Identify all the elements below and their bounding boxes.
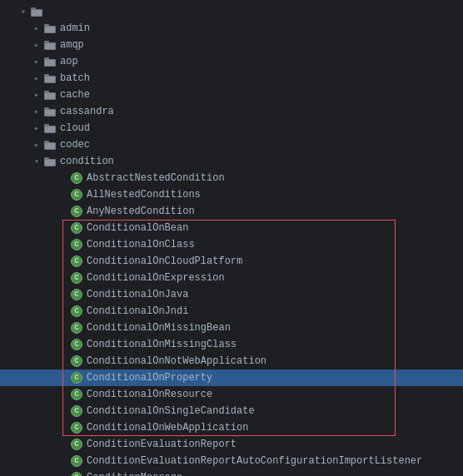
tree-item-ConditionEvaluationReportAutoConfigurationImportListener[interactable]: CConditionEvaluationReportAutoConfigurat… bbox=[0, 453, 463, 469]
item-label: ConditionalOnBean bbox=[87, 222, 188, 234]
svg-rect-17 bbox=[45, 93, 55, 99]
tree-arrow bbox=[30, 155, 43, 168]
item-label: ConditionalOnWebApplication bbox=[87, 422, 248, 434]
tree-arrow bbox=[30, 55, 43, 68]
item-label: ConditionMessage bbox=[87, 472, 182, 476]
tree-item-cache[interactable]: cache bbox=[0, 87, 463, 103]
tree-item-ConditionMessage[interactable]: CConditionMessage bbox=[0, 469, 463, 476]
class-icon: C bbox=[70, 454, 83, 468]
class-icon: C bbox=[70, 438, 83, 451]
item-label: AllNestedConditions bbox=[87, 189, 201, 201]
class-icon: C bbox=[70, 205, 83, 218]
tree-item-codec[interactable]: codec bbox=[0, 136, 463, 153]
tree-item-ConditionalOnSingleCandidate[interactable]: CConditionalOnSingleCandidate bbox=[0, 403, 463, 419]
tree-item-AllNestedConditions[interactable]: CAllNestedConditions bbox=[0, 186, 463, 203]
folder-icon bbox=[43, 55, 57, 68]
tree-item-ConditionalOnResource[interactable]: CConditionalOnResource bbox=[0, 386, 463, 403]
item-label: cloud bbox=[60, 122, 90, 134]
class-icon: C bbox=[70, 188, 83, 201]
tree-arrow bbox=[30, 88, 43, 102]
class-icon: C bbox=[70, 471, 83, 476]
tree-item-admin[interactable]: admin bbox=[0, 20, 463, 37]
class-icon: C bbox=[70, 288, 83, 301]
tree-item-ConditionalOnJndi[interactable]: CConditionalOnJndi bbox=[0, 303, 463, 320]
svg-rect-11 bbox=[45, 60, 55, 66]
svg-rect-19 bbox=[44, 107, 49, 110]
item-label: ConditionalOnProperty bbox=[87, 372, 212, 384]
tree-item-condition[interactable]: condition bbox=[0, 153, 463, 170]
class-icon: C bbox=[70, 388, 83, 401]
item-label: ConditionalOnMissingBean bbox=[87, 322, 231, 334]
item-label: ConditionalOnExpression bbox=[87, 272, 225, 284]
item-label: ConditionalOnMissingClass bbox=[87, 339, 236, 350]
tree-item-cassandra[interactable]: cassandra bbox=[0, 103, 463, 120]
tree-item-amqp[interactable]: amqp bbox=[0, 37, 463, 53]
svg-rect-20 bbox=[45, 110, 55, 116]
tree-item-ConditionalOnCloudPlatform[interactable]: CConditionalOnCloudPlatform bbox=[0, 253, 463, 270]
svg-rect-26 bbox=[45, 143, 55, 149]
tree-arrow bbox=[30, 22, 43, 35]
item-label: condition bbox=[60, 156, 114, 167]
folder-icon bbox=[43, 121, 57, 135]
tree-arrow bbox=[30, 105, 43, 118]
svg-rect-8 bbox=[45, 43, 55, 49]
tree-items-container: admin amqp aop batch cache cassandra clo… bbox=[0, 20, 463, 476]
class-icon-circle: C bbox=[71, 289, 82, 300]
tree-item-ConditionalOnJava[interactable]: CConditionalOnJava bbox=[0, 286, 463, 303]
class-icon-circle: C bbox=[71, 222, 82, 234]
svg-rect-2 bbox=[32, 10, 42, 16]
class-icon-circle: C bbox=[71, 206, 82, 217]
tree-item-aop[interactable]: aop bbox=[0, 53, 463, 70]
tree-arrow bbox=[30, 72, 43, 85]
root-item[interactable] bbox=[0, 3, 463, 20]
tree-item-ConditionalOnNotWebApplication[interactable]: CConditionalOnNotWebApplication bbox=[0, 353, 463, 369]
folder-icon bbox=[43, 138, 57, 151]
tree-item-AbstractNestedCondition[interactable]: CAbstractNestedCondition bbox=[0, 170, 463, 186]
root-arrow bbox=[17, 5, 30, 18]
svg-rect-4 bbox=[44, 24, 49, 27]
class-icon-circle: C bbox=[71, 472, 82, 476]
tree-item-ConditionalOnWebApplication[interactable]: CConditionalOnWebApplication bbox=[0, 419, 463, 436]
tree-item-AnyNestedCondition[interactable]: CAnyNestedCondition bbox=[0, 203, 463, 220]
item-label: admin bbox=[60, 22, 90, 34]
svg-rect-23 bbox=[45, 126, 55, 132]
item-label: ConditionalOnSingleCandidate bbox=[87, 405, 255, 417]
tree-container: admin amqp aop batch cache cassandra clo… bbox=[0, 0, 463, 476]
svg-rect-14 bbox=[45, 77, 55, 82]
class-icon-circle: C bbox=[71, 405, 82, 417]
tree-item-ConditionalOnMissingClass[interactable]: CConditionalOnMissingClass bbox=[0, 336, 463, 353]
class-icon: C bbox=[70, 421, 83, 434]
class-icon: C bbox=[70, 338, 83, 351]
svg-rect-13 bbox=[44, 74, 49, 77]
class-icon: C bbox=[70, 221, 83, 235]
class-icon-circle: C bbox=[71, 172, 82, 184]
class-icon: C bbox=[70, 255, 83, 268]
class-icon-circle: C bbox=[71, 255, 82, 267]
tree-item-ConditionalOnClass[interactable]: CConditionalOnClass bbox=[0, 236, 463, 253]
svg-rect-10 bbox=[44, 57, 49, 60]
tree-item-ConditionalOnProperty[interactable]: CConditionalOnProperty bbox=[0, 369, 463, 386]
class-icon-circle: C bbox=[71, 189, 82, 201]
root-folder-icon bbox=[30, 5, 43, 18]
class-icon: C bbox=[70, 404, 83, 418]
class-icon: C bbox=[70, 371, 83, 384]
class-icon-circle: C bbox=[71, 305, 82, 317]
item-label: cache bbox=[60, 89, 90, 101]
tree-item-ConditionEvaluationReport[interactable]: CConditionEvaluationReport bbox=[0, 436, 463, 453]
class-icon-circle: C bbox=[71, 355, 82, 367]
svg-rect-25 bbox=[44, 141, 49, 143]
tree-item-ConditionalOnMissingBean[interactable]: CConditionalOnMissingBean bbox=[0, 320, 463, 336]
item-label: ConditionEvaluationReportAutoConfigurati… bbox=[87, 455, 422, 467]
item-label: ConditionalOnResource bbox=[87, 389, 212, 400]
folder-icon bbox=[43, 155, 57, 168]
folder-icon bbox=[43, 88, 57, 102]
folder-icon bbox=[43, 38, 57, 52]
tree-item-cloud[interactable]: cloud bbox=[0, 120, 463, 136]
tree-item-ConditionalOnExpression[interactable]: CConditionalOnExpression bbox=[0, 270, 463, 286]
tree-item-ConditionalOnBean[interactable]: CConditionalOnBean bbox=[0, 220, 463, 236]
class-icon: C bbox=[70, 321, 83, 335]
svg-rect-5 bbox=[45, 27, 55, 32]
item-label: AnyNestedCondition bbox=[87, 206, 195, 217]
tree-item-batch[interactable]: batch bbox=[0, 70, 463, 87]
svg-rect-1 bbox=[31, 7, 36, 10]
